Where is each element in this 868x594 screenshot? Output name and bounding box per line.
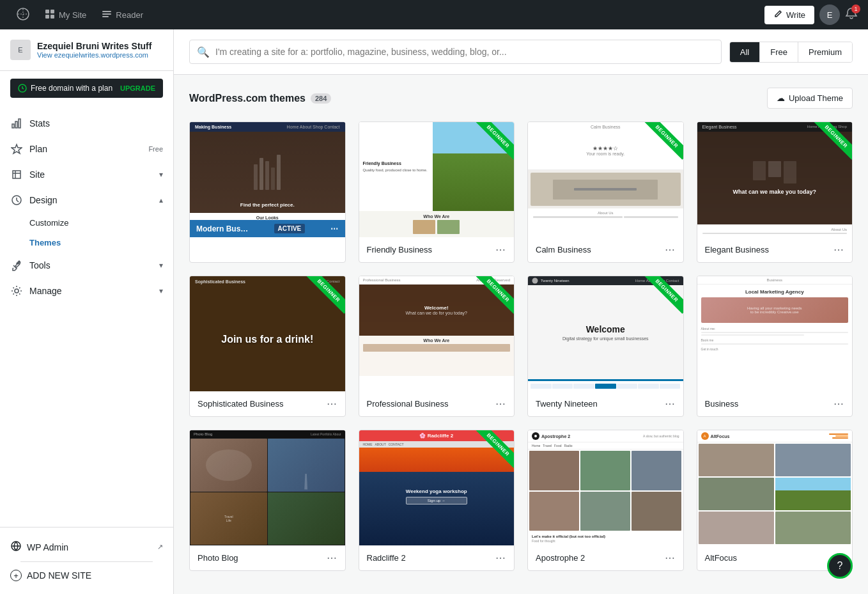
theme-card-professional-business[interactable]: Professional Business All Rights Reserve… bbox=[359, 276, 515, 417]
theme-card-business[interactable]: Business Local Marketing Agency Having a… bbox=[697, 276, 853, 417]
site-url-link[interactable]: View ezequielwrites.wordpress.com bbox=[37, 51, 148, 59]
theme-name-photo-blog: Photo Blog bbox=[198, 553, 238, 563]
themes-title: WordPress.com themes bbox=[189, 93, 306, 104]
reader-nav[interactable]: Reader bbox=[95, 5, 150, 25]
theme-preview-calm-business: Calm Business ★★★★☆ Your room is ready. bbox=[528, 122, 683, 237]
my-site-nav[interactable]: My Site bbox=[38, 5, 93, 25]
active-badge: Modern Bus… ACTIVE ⋯ bbox=[190, 220, 345, 237]
theme-name-radcliffe-2: Radcliffe 2 bbox=[367, 553, 406, 563]
upgrade-button[interactable]: UPGRADE bbox=[120, 84, 155, 92]
write-label: Write bbox=[786, 10, 805, 20]
filter-buttons: All Free Premium bbox=[729, 42, 853, 63]
theme-options-friendly[interactable]: ⋯ bbox=[495, 244, 506, 256]
svg-rect-7 bbox=[102, 16, 109, 17]
themes-header: WordPress.com themes 284 ☁ Upload Theme bbox=[189, 88, 853, 109]
search-input[interactable] bbox=[189, 40, 722, 64]
notifications-bell[interactable]: 1 bbox=[845, 7, 858, 23]
theme-name-altofocus: AltFocus bbox=[705, 553, 738, 563]
sidebar-item-plan[interactable]: Plan Free bbox=[0, 136, 173, 162]
site-chevron: ▾ bbox=[159, 170, 163, 179]
theme-options-apostrophe-2[interactable]: ⋯ bbox=[665, 552, 676, 564]
sidebar-item-themes[interactable]: Themes bbox=[29, 233, 173, 253]
plan-icon bbox=[10, 143, 23, 155]
theme-card-photo-blog[interactable]: Photo Blog Latest Portfolio About bbox=[189, 430, 346, 571]
theme-options-sophisticated[interactable]: ⋯ bbox=[327, 398, 337, 410]
svg-rect-3 bbox=[45, 15, 49, 19]
theme-options-business[interactable]: ⋯ bbox=[833, 398, 844, 410]
theme-options-photo-blog[interactable]: ⋯ bbox=[327, 552, 337, 564]
themes-grid: Making Business Home About Shop Contact bbox=[189, 121, 853, 571]
upload-btn-label: Upload Theme bbox=[789, 93, 843, 103]
theme-card-altofocus[interactable]: A AltFocus bbox=[697, 430, 853, 571]
theme-card-twenty-nineteen[interactable]: Twenty Nineteen Home About Blog Contact … bbox=[527, 276, 684, 417]
help-bubble[interactable]: ? bbox=[827, 553, 853, 579]
search-input-wrap: 🔍 bbox=[189, 40, 722, 64]
theme-footer-photo-blog: Photo Blog ⋯ bbox=[190, 545, 345, 570]
sidebar-item-stats[interactable]: Stats bbox=[0, 111, 173, 136]
wp-admin-link[interactable]: WP Admin ↗ bbox=[10, 535, 163, 559]
write-icon bbox=[773, 10, 782, 20]
theme-preview-radcliffe-2: 🌸 Radcliffe 2 HOMEABOUTCONTACT Weekend y… bbox=[359, 430, 515, 545]
sidebar-item-manage[interactable]: Manage ▾ bbox=[0, 278, 173, 304]
sidebar-item-tools[interactable]: Tools ▾ bbox=[0, 253, 173, 278]
filter-free[interactable]: Free bbox=[760, 42, 798, 62]
theme-preview-photo-blog: Photo Blog Latest Portfolio About bbox=[190, 430, 345, 545]
manage-chevron: ▾ bbox=[159, 286, 163, 295]
theme-footer-friendly: Friendly Business ⋯ bbox=[359, 237, 515, 262]
theme-options-active[interactable]: ⋯ bbox=[330, 224, 338, 233]
svg-rect-9 bbox=[12, 124, 14, 128]
svg-rect-1 bbox=[45, 10, 49, 13]
add-new-site-link[interactable]: + ADD NEW SITE bbox=[10, 565, 163, 586]
themes-count: 284 bbox=[311, 93, 331, 104]
theme-card-calm-business[interactable]: Calm Business ★★★★☆ Your room is ready. bbox=[527, 121, 684, 263]
wp-admin-label: WP Admin bbox=[27, 542, 68, 552]
content-area: 🔍 All Free Premium WordPress.com themes … bbox=[174, 29, 868, 594]
theme-footer-elegant: Elegant Business ⋯ bbox=[697, 237, 853, 262]
theme-card-friendly-business[interactable]: Friendly Business Quality food, produced… bbox=[359, 121, 515, 263]
theme-footer-twentynineteen: Twenty Nineteen ⋯ bbox=[528, 391, 683, 416]
theme-card-radcliffe-2[interactable]: 🌸 Radcliffe 2 HOMEABOUTCONTACT Weekend y… bbox=[359, 430, 515, 571]
my-site-label: My Site bbox=[59, 10, 86, 20]
avatar-initial: E bbox=[827, 10, 833, 20]
theme-options-radcliffe-2[interactable]: ⋯ bbox=[495, 552, 506, 564]
design-icon bbox=[10, 194, 23, 207]
theme-card-elegant-business[interactable]: Elegant Business Home About Blog Shop bbox=[697, 121, 853, 263]
design-label: Design bbox=[29, 195, 153, 205]
top-navigation: My Site Reader Write E 1 bbox=[0, 0, 868, 29]
theme-preview-professional-business: Professional Business All Rights Reserve… bbox=[359, 276, 515, 391]
filter-all[interactable]: All bbox=[730, 42, 760, 62]
theme-card-sophisticated-business[interactable]: Sophisticated Business Contact Join us f… bbox=[189, 276, 346, 417]
theme-card-modern-business[interactable]: Making Business Home About Shop Contact bbox=[189, 121, 346, 263]
nav-section: Stats Plan Free Site ▾ bbox=[0, 106, 173, 309]
svg-rect-2 bbox=[50, 10, 54, 13]
theme-options-twentynineteen[interactable]: ⋯ bbox=[665, 398, 676, 410]
tools-label: Tools bbox=[29, 260, 153, 270]
write-button[interactable]: Write bbox=[764, 6, 814, 24]
external-link-icon: ↗ bbox=[157, 543, 163, 551]
theme-options-professional[interactable]: ⋯ bbox=[495, 398, 506, 410]
manage-label: Manage bbox=[29, 286, 153, 296]
theme-options-elegant[interactable]: ⋯ bbox=[833, 244, 844, 256]
theme-card-apostrophe-2[interactable]: Apostrophe 2 A slow, but authentic blog … bbox=[527, 430, 684, 571]
free-domain-text: Free domain with a plan bbox=[18, 84, 112, 93]
theme-options-calm[interactable]: ⋯ bbox=[665, 244, 676, 256]
sidebar-item-customize[interactable]: Customize bbox=[29, 213, 173, 233]
theme-footer-radcliffe-2: Radcliffe 2 ⋯ bbox=[359, 545, 515, 570]
theme-footer-business: Business ⋯ bbox=[697, 391, 853, 416]
theme-preview-modern-business: Making Business Home About Shop Contact bbox=[190, 122, 345, 237]
sidebar-item-design[interactable]: Design ▴ bbox=[0, 187, 173, 213]
upload-theme-button[interactable]: ☁ Upload Theme bbox=[767, 88, 853, 109]
sidebar: E Ezequiel Bruni Writes Stuff View ezequ… bbox=[0, 29, 174, 594]
site-label: Site bbox=[29, 169, 153, 180]
footer-divider bbox=[20, 561, 153, 562]
user-avatar[interactable]: E bbox=[819, 4, 840, 25]
beginner-ribbon-twentynineteen: BEGINNER bbox=[639, 276, 683, 321]
notifications-container: 1 bbox=[845, 7, 858, 23]
svg-rect-10 bbox=[15, 121, 17, 128]
plan-label: Plan bbox=[29, 144, 142, 154]
filter-premium[interactable]: Premium bbox=[798, 42, 852, 62]
wp-logo-nav[interactable] bbox=[10, 4, 36, 26]
site-icon bbox=[45, 9, 55, 21]
site-favicon: E bbox=[10, 40, 31, 60]
sidebar-item-site[interactable]: Site ▾ bbox=[0, 162, 173, 187]
